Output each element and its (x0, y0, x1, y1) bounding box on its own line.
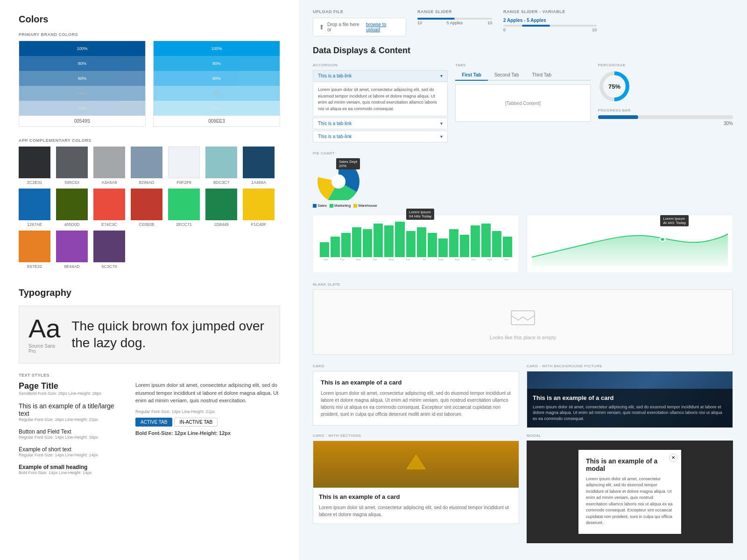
tabs-nav: First Tab Second Tab Third Tab (455, 70, 590, 81)
card-label: CARD (313, 364, 519, 368)
lorem-sample: Lorem ipsum dolor sit amet, consectetur … (135, 381, 280, 405)
style-short-text: Example of short text Regular Font-Size:… (19, 446, 121, 457)
primary-swatch-1: 100% 80% 60% 40% 20% 00549S (19, 41, 146, 127)
card-sections-title: This is an example of a card (319, 493, 513, 500)
tab-content: [Tabbed Content] (455, 84, 590, 122)
range-slider: RANGE SLIDER 10 5 Apples 10 (417, 9, 492, 25)
dd-grid: ACCORDION This is a tab-link ▾ Lorem ips… (313, 63, 733, 144)
card-title: This is an example of a card (321, 379, 511, 386)
bar-13 (449, 229, 458, 257)
bold-sample: Bold Font-Size: 12px Line-Height: 12px (135, 430, 280, 436)
card-sections-section: CARD - WITH SECTIONS This is an example … (313, 434, 519, 543)
range-label: RANGE SLIDER (417, 9, 492, 14)
primary-colors-row: 100% 80% 60% 40% 20% 00549S 100% 80% 60%… (19, 41, 280, 127)
modal-text: Lorem ipsum dolor sit amet, consectetur … (586, 476, 674, 526)
comp-swatch-1d8449: 1D8449 (205, 189, 237, 227)
active-tab-pill[interactable]: ACTIVE TAB (135, 418, 172, 427)
complementary-grid-3: E67E22 8E44AD 5C3C70 (19, 231, 280, 269)
complementary-grid: 2C2E31 595C63 A3A5A9 8299AD F0F2F8 8DC3C… (19, 147, 280, 185)
primary-colors-label: PRIMARY BRAND COLORS (19, 32, 280, 37)
modal-card: ✕ This is an example of a modal Lorem ip… (578, 450, 681, 534)
area-chart-block: Lorem IpsumAt 443: Today (527, 215, 733, 273)
data-displays-section: Data Displays & Content ACCORDION This i… (313, 46, 733, 543)
tabs-demo: First Tab Second Tab Third Tab [Tabbed C… (455, 70, 590, 122)
complementary-grid-2: 1267AE 405D0D E74C3C C0392B 2ECC71 1D844… (19, 189, 280, 227)
cards-top-row: CARD This is an example of a card Lorem … (313, 364, 733, 428)
inactive-tab-pill[interactable]: IN-ACTIVE TAB (174, 418, 218, 427)
upload-field: UPLOAD FILE ⬆ Drop a file here or browse… (313, 9, 406, 36)
accordion-label: ACCORDION (313, 63, 448, 67)
text-styles-cols: Page Title SemiBold Font-Size: 28px Line… (19, 381, 280, 482)
range-min: 10 (417, 21, 422, 25)
range-track[interactable] (417, 18, 492, 20)
range-variable-label: RANGE SLIDER - VARIABLE (503, 9, 597, 14)
colors-title: Colors (19, 14, 280, 25)
modal-block: ✕ This is an example of a modal Lorem ip… (527, 441, 733, 543)
bar-16 (481, 224, 491, 257)
text-styles-left: Page Title SemiBold Font-Size: 28px Line… (19, 381, 121, 482)
tab-second[interactable]: Second Tab (488, 70, 526, 81)
range-variable-track[interactable] (503, 25, 597, 27)
svg-text:75%: 75% (608, 83, 620, 90)
range-variable-value: 2 Apples - 5 Apples (503, 18, 597, 23)
bar-1 (320, 242, 329, 257)
primary-swatch-2: 100% 80% 60% 40% 20% 009EE3 (153, 41, 280, 127)
progress-bar-outer (598, 115, 733, 119)
comp-swatch-1267ae: 1267AE (19, 189, 50, 227)
bar-7 (384, 225, 394, 257)
blank-slate-box: Looks like this place is empty (313, 289, 733, 355)
accordion-item-2[interactable]: This is a tab-link ▾ (313, 118, 448, 129)
pie-chart-container: Sales Dept20% Sales Marketing Warehouse (313, 158, 377, 208)
donut-chart: 75% (598, 70, 631, 103)
range-val-row: 10 5 Apples 10 (417, 21, 492, 25)
comp-swatch-a3a5a9: A3A5A9 (93, 147, 125, 185)
svg-point-6 (331, 175, 345, 189)
bar-12 (438, 238, 448, 257)
type-demo-text: The quick brown fox jumped over the lazy… (72, 318, 271, 352)
comp-swatch-1a466a: 1A466A (243, 147, 275, 185)
card-bg-section: CARD - WITH BACKGROUND PICTURE This is a… (527, 364, 733, 428)
card-bg-label: CARD - WITH BACKGROUND PICTURE (527, 364, 733, 368)
accordion-item-1[interactable]: This is a tab-link ▾ (313, 70, 448, 82)
upload-box[interactable]: ⬆ Drop a file here or browse to upload (313, 18, 406, 36)
style-button: Button and Field Text Regular Font-Size:… (19, 428, 121, 440)
card-section: CARD This is an example of a card Lorem … (313, 364, 519, 428)
right-top-bar: UPLOAD FILE ⬆ Drop a file here or browse… (313, 9, 733, 36)
tab-third[interactable]: Third Tab (525, 70, 558, 81)
type-demo-box: Aa Source Sans Pro The quick brown fox j… (19, 306, 280, 364)
comp-swatch-5c3c70: 5C3C70 (93, 231, 125, 269)
tab-first[interactable]: First Tab (455, 70, 487, 81)
blank-slate-section: BLANK SLATE Looks like this place is emp… (313, 282, 733, 355)
range-variable-fill (522, 25, 550, 27)
progress-value: 30% (598, 121, 733, 126)
bar-5 (363, 229, 372, 257)
progress-label: PROGRESS BAR (598, 108, 733, 112)
range-variable: RANGE SLIDER - VARIABLE 2 Apples - 5 App… (503, 9, 597, 32)
style-small-heading: Example of small heading Bold Font-Size:… (19, 464, 121, 475)
accordion-item-3[interactable]: This is a tab-link ▾ (313, 131, 448, 142)
range-var-max: 10 (592, 28, 597, 32)
bar-11 (428, 233, 437, 257)
comp-swatch-8299ad: 8299AD (131, 147, 162, 185)
comp-swatch-e74c3c: E74C3C (93, 189, 125, 227)
tabs-block: TABS First Tab Second Tab Third Tab [Tab… (455, 63, 590, 144)
card-sections-text: Lorem ipsum dolor sit amet, consectetur … (319, 504, 513, 518)
blank-slate-label: BLANK SLATE (313, 282, 733, 287)
card-bg-title: This is an example of a card (533, 394, 727, 401)
accordion-content: Lorem ipsum dolor sit amet, consectetur … (313, 83, 448, 116)
modal-close-button[interactable]: ✕ (669, 454, 677, 462)
bar-4 (352, 227, 361, 257)
comp-swatch-2ecc71: 2ECC71 (168, 189, 200, 227)
range-var-min: 0 (503, 28, 506, 32)
bar-2 (331, 237, 340, 257)
card-with-sections: This is an example of a card Lorem ipsum… (313, 441, 519, 524)
bar-18 (503, 237, 512, 257)
card-text: Lorem ipsum dolor sit amet, consectetur … (321, 390, 511, 418)
aa-sample: Aa Source Sans Pro (28, 315, 61, 354)
text-styles-right: Lorem ipsum dolor sit amet, consectetur … (135, 381, 280, 482)
area-tooltip: Lorem IpsumAt 443: Today (660, 215, 689, 226)
range-max: 10 (487, 21, 492, 25)
upload-link[interactable]: browse to upload (366, 22, 400, 32)
comp-swatch-c0392b: C0392B (131, 189, 162, 227)
pie-chart-label: PIE CHART (313, 151, 733, 155)
